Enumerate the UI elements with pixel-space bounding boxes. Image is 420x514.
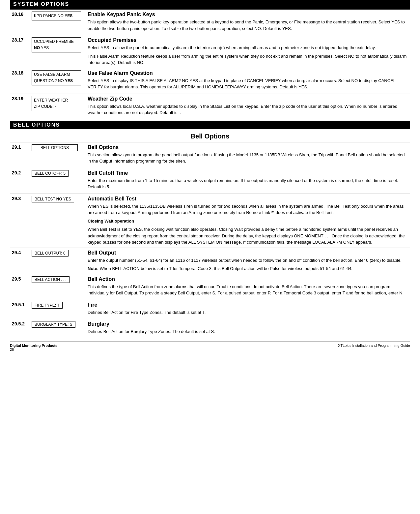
section-title: Fire	[88, 302, 408, 308]
section-title: Occupied Premises	[88, 37, 408, 43]
widget-box: BELL OUTPUT: 0	[32, 250, 69, 257]
section-number: 28.18	[10, 68, 30, 94]
content-cell: Automatic Bell TestWhen YES is selected,…	[86, 194, 410, 248]
footer-company: Digital Monitoring Products	[10, 344, 57, 348]
content-cell: Use False Alarm QuestionSelect YES to di…	[86, 68, 410, 94]
content-cell: Bell OutputEnter the output number (51-5…	[86, 248, 410, 274]
section-body: This option allows local U.S.A. weather …	[88, 103, 408, 116]
system-options-header: SYSTEM OPTIONS	[10, 0, 410, 9]
section-body: This defines the type of Bell Action fro…	[88, 284, 408, 296]
content-cell: Bell OptionsThis section allows you to p…	[86, 142, 410, 168]
widget-cell: BELL OPTIONS	[30, 142, 86, 168]
bell-options-table: 29.1BELL OPTIONSBell OptionsThis section…	[10, 142, 410, 338]
section-number: 28.17	[10, 35, 30, 68]
widget-cell: KPD PANCS NO YES	[30, 10, 86, 35]
footer-left: Digital Monitoring Products 26	[10, 344, 57, 351]
section-body: Enter the output number (51-54, 61-64) f…	[88, 257, 408, 264]
widget-cell: OCCUPIED PREMISENO YES	[30, 35, 86, 68]
section-title: Bell Action	[88, 276, 408, 282]
widget-box: FIRE TYPE: T	[32, 302, 63, 309]
section-number: 29.3	[10, 194, 30, 248]
section-title: Bell Output	[88, 250, 408, 256]
content-cell: Enable Keypad Panic KeysThis option allo…	[86, 10, 410, 35]
widget-box: BELL TEST NO YES	[32, 196, 74, 202]
widget-cell: BELL ACTION . . .	[30, 274, 86, 300]
section-body: Select YES to allow the panel to automat…	[88, 45, 408, 51]
section-body: Select YES to display IS THIS A FALSE AL…	[88, 77, 408, 90]
section-title: Bell Cutoff Time	[88, 170, 408, 176]
widget-box: BELL CUTOFF: 5	[32, 170, 69, 177]
section-body: Defines Bell Action for Burglary Type Zo…	[88, 328, 408, 335]
section-number: 28.19	[10, 94, 30, 119]
section-body-2: When Bell Test is set to YES, the closin…	[88, 226, 408, 246]
content-cell: Weather Zip CodeThis option allows local…	[86, 94, 410, 119]
section-number: 29.5	[10, 274, 30, 300]
footer-right: XTLplus Installation and Programming Gui…	[338, 344, 410, 351]
widget-cell: FIRE TYPE: T	[30, 300, 86, 319]
section-body: This option allows the two-button panic …	[88, 19, 408, 32]
content-cell: BurglaryDefines Bell Action for Burglary…	[86, 319, 410, 338]
section-body: Enter the maximum time from 1 to 15 minu…	[88, 177, 408, 190]
widget-cell: BURGLARY TYPE: S	[30, 319, 86, 338]
section-title: Enable Keypad Panic Keys	[88, 12, 408, 17]
widget-box: BURGLARY TYPE: S	[32, 321, 75, 328]
section-body-2: This False Alarm Reduction feature keeps…	[88, 53, 408, 66]
widget-cell: ENTER WEATHERZIP CODE: -	[30, 94, 86, 119]
section-title: Use False Alarm Question	[88, 70, 408, 76]
section-number: 29.5.1	[10, 300, 30, 319]
section-body: Defines Bell Action for Fire Type Zones.…	[88, 309, 408, 316]
section-note: Note: When BELL ACTION below is set to T…	[88, 265, 408, 272]
content-cell: Occupied PremisesSelect YES to allow the…	[86, 35, 410, 68]
section-number: 29.4	[10, 248, 30, 274]
page-container: SYSTEM OPTIONS 28.16KPD PANCS NO YESEnab…	[0, 0, 420, 359]
section-title: Weather Zip Code	[88, 96, 408, 102]
footer-page-num: 26	[10, 348, 57, 351]
page-footer: Digital Monitoring Products 26 XTLplus I…	[10, 342, 410, 353]
section-number: 28.16	[10, 10, 30, 35]
widget-box: BELL ACTION . . .	[32, 276, 70, 283]
bell-options-header: BELL OPTIONS	[10, 121, 410, 129]
section-subheading: Closing Wait operation	[88, 218, 408, 225]
system-options-table: 28.16KPD PANCS NO YESEnable Keypad Panic…	[10, 10, 410, 119]
content-cell: Bell ActionThis defines the type of Bell…	[86, 274, 410, 300]
bell-options-title: Bell Options	[10, 129, 410, 142]
content-cell: Bell Cutoff TimeEnter the maximum time f…	[86, 168, 410, 194]
section-title: Automatic Bell Test	[88, 196, 408, 202]
section-number: 29.1	[10, 142, 30, 168]
widget-box: BELL OPTIONS	[32, 144, 78, 151]
section-number: 29.5.2	[10, 319, 30, 338]
section-title: Burglary	[88, 321, 408, 327]
section-body: This section allows you to program the p…	[88, 152, 408, 165]
content-cell: FireDefines Bell Action for Fire Type Zo…	[86, 300, 410, 319]
section-title: Bell Options	[88, 144, 408, 150]
section-number: 29.2	[10, 168, 30, 194]
widget-cell: BELL OUTPUT: 0	[30, 248, 86, 274]
widget-cell: BELL TEST NO YES	[30, 194, 86, 248]
widget-cell: USE FALSE ALARMQUESTION? NO YES	[30, 68, 86, 94]
widget-cell: BELL CUTOFF: 5	[30, 168, 86, 194]
section-body: When YES is selected, the 1135/1135DB wi…	[88, 203, 408, 216]
